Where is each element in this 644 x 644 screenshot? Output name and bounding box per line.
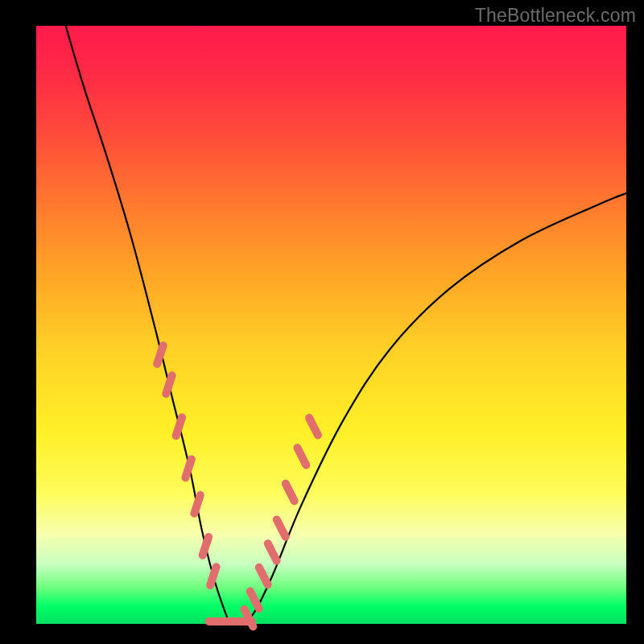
svg-line-13 <box>297 448 306 464</box>
svg-line-11 <box>277 519 286 536</box>
bottleneck-curve <box>66 26 626 625</box>
svg-line-8 <box>250 592 259 609</box>
dash-overlay-left <box>157 345 216 585</box>
svg-line-3 <box>185 459 191 477</box>
svg-line-1 <box>166 375 171 394</box>
svg-line-9 <box>259 568 268 584</box>
dash-overlay-right <box>244 418 318 626</box>
svg-line-4 <box>194 495 200 514</box>
chart-frame: TheBottleneck.com <box>0 0 644 644</box>
plot-area <box>36 26 626 624</box>
svg-line-2 <box>176 417 182 436</box>
svg-line-12 <box>286 484 295 501</box>
curve-svg <box>36 26 626 624</box>
svg-line-14 <box>309 418 318 435</box>
svg-line-5 <box>203 537 208 555</box>
watermark-text: TheBottleneck.com <box>475 5 636 27</box>
svg-line-6 <box>210 567 216 585</box>
svg-line-0 <box>157 345 163 364</box>
svg-line-10 <box>268 543 277 560</box>
